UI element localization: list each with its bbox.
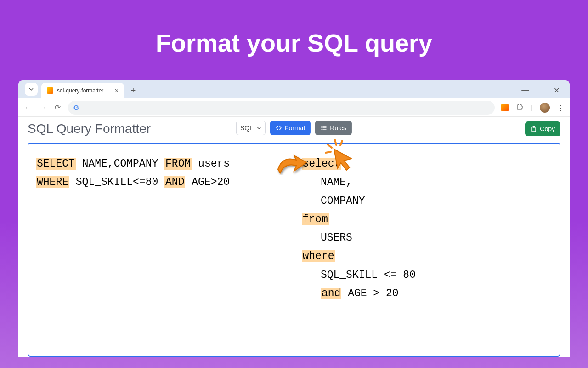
toolbar: SQL Query Formatter SQL Format Rules [28,121,560,143]
browser-window: sql-query-formatter × + ― □ ✕ ← → ⟳ G | … [18,80,570,356]
copy-label: Copy [540,125,555,132]
list-icon [321,125,327,131]
google-icon: G [74,104,79,111]
minimize-icon[interactable]: ― [521,86,529,95]
format-label: Format [285,124,305,132]
sql-keyword: select [302,158,342,170]
forward-button[interactable]: → [39,104,47,112]
tab-bar: sql-query-formatter × + ― □ ✕ [18,80,570,98]
new-tab-button[interactable]: + [127,84,140,97]
panels: SELECT NAME,COMPANY FROM users WHERE SQL… [28,143,560,356]
browser-tab[interactable]: sql-query-formatter × [41,83,124,98]
rules-button[interactable]: Rules [315,121,352,135]
window-controls: ― □ ✕ [521,86,565,98]
address-bar: ← → ⟳ G | ⋮ [18,98,570,117]
profile-avatar[interactable] [540,103,550,113]
sql-keyword: AND [164,176,185,188]
sql-keyword: FROM [164,158,192,170]
browser-menu-icon[interactable]: ⋮ [557,104,564,112]
maximize-icon[interactable]: □ [539,86,543,95]
extension-area: | ⋮ [501,103,564,113]
app-container: SQL Query Formatter SQL Format Rules [18,117,570,356]
tabs-dropdown-button[interactable] [25,83,38,96]
copy-button[interactable]: Copy [525,121,560,136]
sql-keyword: from [302,213,329,225]
sql-keyword: where [302,250,335,262]
app-title: SQL Query Formatter [28,121,151,136]
output-panel: select NAME, COMPANY from USERS where SQ… [294,144,560,356]
tab-favicon-icon [47,87,53,94]
reload-button[interactable]: ⟳ [53,103,62,112]
sql-keyword: and [321,288,341,299]
extensions-menu-icon[interactable] [516,103,523,112]
close-window-icon[interactable]: ✕ [554,86,560,95]
back-button[interactable]: ← [24,104,32,112]
dialect-value: SQL [240,124,253,132]
dialect-select[interactable]: SQL [236,121,266,135]
tab-title: sql-query-formatter [57,87,111,94]
url-input[interactable]: G [68,101,495,115]
sql-keyword: SELECT [36,158,76,170]
format-button[interactable]: Format [270,121,311,135]
code-icon [276,125,282,131]
input-panel[interactable]: SELECT NAME,COMPANY FROM users WHERE SQL… [28,144,294,356]
sql-keyword: WHERE [36,176,69,188]
extension-icon[interactable] [501,104,509,111]
chevron-down-icon [257,126,261,130]
hero-title: Format your SQL query [0,0,588,80]
close-icon[interactable]: × [115,87,119,94]
clipboard-icon [531,126,537,132]
rules-label: Rules [330,124,346,132]
